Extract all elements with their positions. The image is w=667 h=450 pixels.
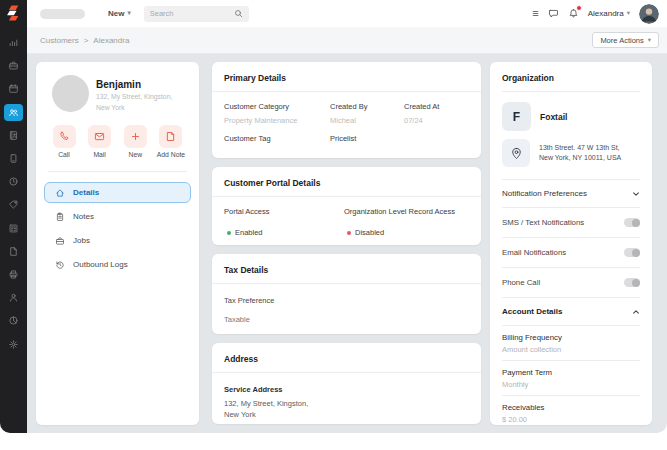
avatar[interactable] xyxy=(639,4,659,24)
breadcrumb-separator: > xyxy=(84,36,89,45)
organization-address-line1: 13th Street. 47 W 13th St, xyxy=(539,143,621,153)
user-menu[interactable]: Alexandra ▾ xyxy=(588,9,630,18)
document-icon xyxy=(8,246,19,257)
breadcrumb-customers[interactable]: Customers xyxy=(40,36,79,45)
nav-item-notes[interactable]: Notes xyxy=(44,206,191,227)
gear-icon xyxy=(8,339,19,350)
rail-item-contacts[interactable] xyxy=(0,124,27,147)
nav-jobs-label: Jobs xyxy=(73,236,90,245)
details-column: Primary Details Customer Category Proper… xyxy=(212,62,481,424)
address-book-icon xyxy=(8,130,19,141)
user-name: Alexandra xyxy=(588,9,624,18)
service-address-line2: New York xyxy=(212,410,481,421)
rail-item-billing[interactable] xyxy=(0,217,27,240)
field-label: Portal Access xyxy=(224,207,344,216)
phone-call-toggle[interactable] xyxy=(624,278,640,287)
notification-preferences-label: Notification Preferences xyxy=(502,189,587,198)
nav-notes-label: Notes xyxy=(73,212,94,221)
hamburger-menu-icon[interactable]: ≡ xyxy=(532,8,538,19)
rail-item-analytics[interactable] xyxy=(0,31,27,54)
field-label: Created At xyxy=(404,102,469,111)
rail-item-profile[interactable] xyxy=(0,286,27,309)
field-label: Created By xyxy=(330,102,404,111)
search-input[interactable] xyxy=(150,9,234,18)
keypad-card-icon xyxy=(8,223,19,234)
field-label: Receivables xyxy=(502,403,640,412)
rail-item-jobs[interactable] xyxy=(0,54,27,77)
mail-icon xyxy=(94,131,105,142)
customer-nav: Details Notes Jobs Outbound Logs xyxy=(36,172,199,275)
field-label: Pricelist xyxy=(330,134,404,143)
global-search[interactable] xyxy=(144,6,249,22)
field-label: Payment Term xyxy=(502,368,640,377)
rail-item-documents[interactable] xyxy=(0,240,27,263)
plus-icon xyxy=(130,131,141,142)
call-label: Call xyxy=(58,151,70,158)
portal-access-status: Enabled xyxy=(224,228,344,237)
account-details-header[interactable]: Account Details xyxy=(502,298,640,326)
nav-item-details[interactable]: Details xyxy=(44,182,191,203)
rail-item-customers[interactable] xyxy=(0,101,27,124)
printer-icon xyxy=(8,269,19,280)
history-icon xyxy=(55,260,65,270)
organization-avatar: F xyxy=(502,102,531,131)
customer-address-line2: New York xyxy=(96,103,172,112)
field-value: Taxable xyxy=(212,305,481,324)
add-note-button[interactable]: Add Note xyxy=(156,125,186,158)
email-toggle-row: Email Notifications xyxy=(502,238,640,268)
quick-actions: Call Mail New Add Note xyxy=(36,112,199,158)
breadcrumb-bar: Customers > Alexandra More Actions ▾ xyxy=(27,27,667,54)
clipboard-icon xyxy=(55,212,65,222)
customer-portal-details-card: Customer Portal Details Portal Access Or… xyxy=(212,167,481,245)
sms-toggle[interactable] xyxy=(624,218,640,227)
rail-item-time[interactable] xyxy=(0,170,27,193)
field-label: Customer Tag xyxy=(224,134,330,143)
breadcrumb: Customers > Alexandra xyxy=(40,36,129,45)
field-label: Organization Level Record Acess xyxy=(344,207,469,216)
chevron-up-icon xyxy=(632,308,640,316)
content-area: Benjamin 132, My Street, Kingston, New Y… xyxy=(27,54,667,433)
receivables-row: Receivables $ 20.00 xyxy=(502,396,640,430)
nav-item-outbound-logs[interactable]: Outbound Logs xyxy=(44,254,191,275)
notification-badge xyxy=(576,5,582,11)
chat-button[interactable] xyxy=(548,8,559,19)
rail-item-tags[interactable] xyxy=(0,193,27,216)
call-button[interactable]: Call xyxy=(49,125,79,158)
sms-toggle-label: SMS / Text Notifications xyxy=(502,218,584,227)
briefcase-icon xyxy=(8,60,19,71)
app-logo[interactable] xyxy=(0,0,27,26)
phone-call-toggle-label: Phone Call xyxy=(502,278,540,287)
organization-address: 13th Street. 47 W 13th St, New York, NY … xyxy=(539,143,621,163)
primary-details-card: Primary Details Customer Category Proper… xyxy=(212,62,481,158)
field-value: Micheal xyxy=(330,116,404,125)
brand-logo-icon xyxy=(5,4,23,22)
topbar: New ▾ ≡ Alexandra ▾ xyxy=(27,0,667,27)
active-rail-highlight xyxy=(4,104,23,121)
new-button[interactable]: New xyxy=(120,125,150,158)
field-label: Tax Preference xyxy=(212,284,481,305)
briefcase-icon xyxy=(55,236,65,246)
breadcrumb-current: Alexandra xyxy=(93,36,129,45)
field-value: Amount collection xyxy=(502,345,640,354)
organization-card: Organization F Foxtail 13th Street. 47 W… xyxy=(490,62,652,425)
phone-icon xyxy=(59,131,70,142)
rail-item-call-logs[interactable] xyxy=(0,147,27,170)
notification-preferences-header[interactable]: Notification Preferences xyxy=(502,180,640,208)
rail-item-history[interactable] xyxy=(0,309,27,332)
add-note-label: Add Note xyxy=(157,151,185,158)
mail-button[interactable]: Mail xyxy=(85,125,115,158)
mail-label: Mail xyxy=(93,151,105,158)
service-address-label: Service Address xyxy=(212,373,481,394)
rail-item-settings[interactable] xyxy=(0,332,27,355)
more-actions-button[interactable]: More Actions ▾ xyxy=(592,32,659,48)
email-toggle[interactable] xyxy=(624,248,640,257)
analytics-icon xyxy=(8,37,19,48)
new-dropdown[interactable]: New ▾ xyxy=(108,9,131,18)
rail-item-calendar[interactable] xyxy=(0,77,27,100)
chevron-down-icon: ▾ xyxy=(648,37,651,44)
notifications-button[interactable] xyxy=(568,8,579,19)
location-pin-box xyxy=(502,139,530,167)
rail-item-print[interactable] xyxy=(0,263,27,286)
nav-item-jobs[interactable]: Jobs xyxy=(44,230,191,251)
email-toggle-label: Email Notifications xyxy=(502,248,566,257)
